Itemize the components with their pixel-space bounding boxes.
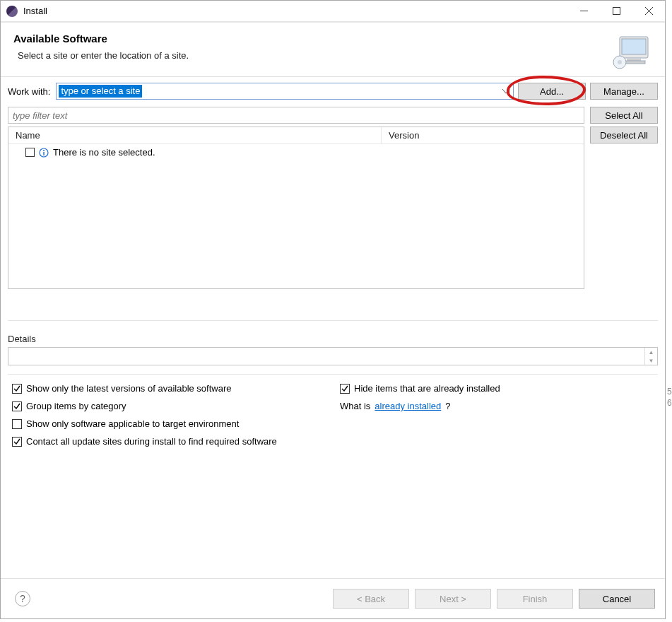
work-with-row: Work with: type or select a site Add... … xyxy=(1,77,665,107)
deselect-all-button[interactable]: Deselect All xyxy=(590,127,658,143)
opt-hide-installed[interactable]: Hide items that are already installed xyxy=(340,383,654,394)
options-grid: Show only the latest versions of availab… xyxy=(1,379,665,447)
page-subtitle: Select a site or enter the location of a… xyxy=(13,50,604,61)
work-with-combo[interactable]: type or select a site xyxy=(56,83,514,100)
svg-rect-0 xyxy=(613,8,620,15)
opt-contact-sites[interactable]: Contact all update sites during install … xyxy=(12,436,654,447)
opt-group-category[interactable]: Group items by category xyxy=(12,401,326,411)
next-button: Next > xyxy=(415,589,491,609)
manage-button[interactable]: Manage... xyxy=(590,83,658,100)
page-title: Available Software xyxy=(13,33,604,45)
tree-header: Name Version xyxy=(8,127,584,144)
back-button: < Back xyxy=(333,589,409,609)
details-block: Details ▲ ▼ xyxy=(8,334,658,365)
details-text[interactable]: ▲ ▼ xyxy=(8,347,658,365)
cancel-button[interactable]: Cancel xyxy=(579,589,655,609)
opt-target-env[interactable]: Show only software applicable to target … xyxy=(12,418,654,429)
checkbox-icon xyxy=(340,384,350,394)
details-label: Details xyxy=(8,334,658,344)
work-with-label: Work with: xyxy=(8,86,52,97)
maximize-button[interactable] xyxy=(600,1,632,22)
help-icon[interactable]: ? xyxy=(15,591,30,606)
filter-input[interactable] xyxy=(8,107,584,124)
install-dialog: Install Available Software Select a site… xyxy=(0,0,666,619)
column-version[interactable]: Version xyxy=(382,127,584,143)
install-banner-icon xyxy=(611,34,652,69)
tree-row-checkbox[interactable] xyxy=(25,148,35,157)
select-all-button[interactable]: Select All xyxy=(590,107,658,124)
info-icon xyxy=(39,148,49,158)
tree-empty-text: There is no site selected. xyxy=(53,147,155,158)
chevron-down-icon[interactable] xyxy=(499,83,513,99)
add-button[interactable]: Add... xyxy=(518,83,586,100)
window-title: Install xyxy=(23,6,47,16)
tree-empty-row: There is no site selected. xyxy=(8,144,584,160)
content-area: Name Version There is no site selected. … xyxy=(8,107,658,289)
editor-gutter-fragment: 5 6 xyxy=(667,386,672,409)
svg-rect-9 xyxy=(43,152,44,156)
finish-button: Finish xyxy=(497,589,573,609)
close-button[interactable] xyxy=(632,1,665,22)
svg-point-8 xyxy=(43,150,45,151)
software-tree[interactable]: Name Version There is no site selected. xyxy=(8,127,584,289)
header-panel: Available Software Select a site or ente… xyxy=(1,22,665,77)
checkbox-icon xyxy=(12,384,22,394)
svg-point-6 xyxy=(618,60,622,64)
spinner-up-icon[interactable]: ▲ xyxy=(645,348,657,356)
eclipse-icon xyxy=(6,6,18,17)
work-with-selection: type or select a site xyxy=(59,85,142,98)
opt-latest-versions[interactable]: Show only the latest versions of availab… xyxy=(12,383,326,394)
details-spinner[interactable]: ▲ ▼ xyxy=(644,348,657,365)
column-name[interactable]: Name xyxy=(8,127,382,143)
checkbox-icon xyxy=(12,437,22,447)
spinner-down-icon[interactable]: ▼ xyxy=(645,356,657,365)
footer: ? < Back Next > Finish Cancel xyxy=(1,578,665,618)
what-is-installed: What is already installed ? xyxy=(340,401,654,411)
svg-rect-2 xyxy=(622,39,646,54)
checkbox-icon xyxy=(12,401,22,411)
minimize-button[interactable] xyxy=(567,1,600,22)
checkbox-icon xyxy=(12,419,22,429)
titlebar: Install xyxy=(1,1,665,22)
already-installed-link[interactable]: already installed xyxy=(375,401,441,411)
